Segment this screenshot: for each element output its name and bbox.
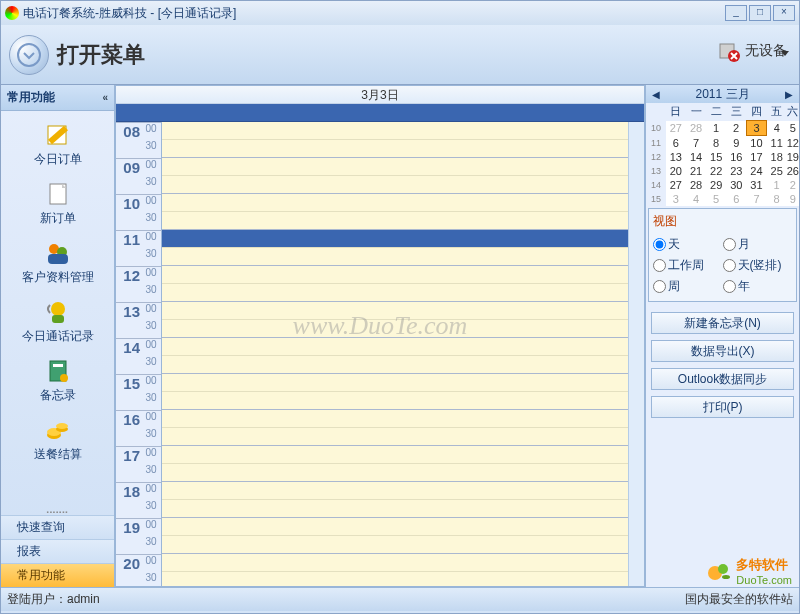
sidebar-item-memo[interactable]: 备忘录	[1, 351, 114, 410]
view-option-月[interactable]: 月	[723, 234, 793, 255]
calendar-day[interactable]: 22	[706, 164, 726, 178]
time-slot[interactable]	[162, 122, 628, 140]
app-menu-orb[interactable]	[9, 35, 49, 75]
vertical-scrollbar[interactable]	[628, 122, 644, 586]
close-button[interactable]: ×	[773, 5, 795, 21]
view-option-天[interactable]: 天	[653, 234, 723, 255]
prev-month-button[interactable]: ◀	[652, 89, 660, 100]
maximize-button[interactable]: □	[749, 5, 771, 21]
brand-logo-icon	[706, 559, 734, 583]
time-slot[interactable]	[162, 536, 628, 554]
action-Outlook数据同步[interactable]: Outlook数据同步	[651, 368, 794, 390]
device-status[interactable]: 无设备	[717, 39, 787, 63]
time-slot[interactable]	[162, 500, 628, 518]
nav-报表[interactable]: 报表	[1, 539, 114, 563]
time-slot[interactable]	[162, 140, 628, 158]
sidebar-item-new-order[interactable]: 新订单	[1, 174, 114, 233]
minimize-button[interactable]: _	[725, 5, 747, 21]
nav-常用功能[interactable]: 常用功能	[1, 563, 114, 587]
time-grid[interactable]: 0800300900301000301100301200301300301400…	[116, 122, 628, 586]
calendar-day[interactable]: 8	[706, 136, 726, 151]
calendar-day[interactable]: 7	[746, 192, 766, 206]
time-slot[interactable]	[162, 176, 628, 194]
calendar-day[interactable]: 5	[787, 121, 799, 136]
calendar-day[interactable]: 12	[787, 136, 799, 151]
calendar-day[interactable]: 6	[726, 192, 746, 206]
time-slot[interactable]	[162, 248, 628, 266]
calendar-day[interactable]: 18	[767, 150, 787, 164]
calendar-day[interactable]: 8	[767, 192, 787, 206]
calendar-day[interactable]: 23	[726, 164, 746, 178]
action-新建备忘录(N)[interactable]: 新建备忘录(N)	[651, 312, 794, 334]
calendar-day[interactable]: 15	[706, 150, 726, 164]
calendar-day[interactable]: 3	[746, 121, 766, 136]
calendar-day[interactable]: 4	[767, 121, 787, 136]
calendar-day[interactable]: 30	[726, 178, 746, 192]
sidebar-item-call-log[interactable]: 今日通话记录	[1, 292, 114, 351]
calendar-day[interactable]: 2	[726, 121, 746, 136]
time-slot[interactable]	[162, 230, 628, 248]
time-slot[interactable]	[162, 446, 628, 464]
calendar-day[interactable]: 4	[686, 192, 706, 206]
time-slot[interactable]	[162, 428, 628, 446]
view-option-天(竖排)[interactable]: 天(竖排)	[723, 255, 793, 276]
time-slot[interactable]	[162, 482, 628, 500]
calendar-day[interactable]: 13	[666, 150, 686, 164]
time-slot[interactable]	[162, 464, 628, 482]
time-slot[interactable]	[162, 194, 628, 212]
next-month-button[interactable]: ▶	[785, 89, 793, 100]
sidebar-item-settlement[interactable]: 送餐结算	[1, 410, 114, 469]
time-slot[interactable]	[162, 554, 628, 572]
action-打印(P)[interactable]: 打印(P)	[651, 396, 794, 418]
time-slot[interactable]	[162, 572, 628, 586]
time-slot[interactable]	[162, 158, 628, 176]
calendar-day[interactable]: 28	[686, 178, 706, 192]
sidebar-header[interactable]: 常用功能 «	[1, 85, 114, 111]
calendar-day[interactable]: 26	[787, 164, 799, 178]
calendar-day[interactable]: 28	[686, 121, 706, 136]
calendar-day[interactable]: 29	[706, 178, 726, 192]
dropdown-icon	[781, 51, 789, 56]
time-slot[interactable]	[162, 212, 628, 230]
calendar-day[interactable]: 25	[767, 164, 787, 178]
nav-快速查询[interactable]: 快速查询	[1, 515, 114, 539]
calendar-day[interactable]: 11	[767, 136, 787, 151]
calendar-day[interactable]: 20	[666, 164, 686, 178]
calendar-day[interactable]: 21	[686, 164, 706, 178]
view-option-工作周[interactable]: 工作周	[653, 255, 723, 276]
calendar-day[interactable]: 31	[746, 178, 766, 192]
allday-row[interactable]	[116, 104, 644, 122]
calendar-day[interactable]: 1	[767, 178, 787, 192]
time-slot[interactable]	[162, 392, 628, 410]
calendar-day[interactable]: 16	[726, 150, 746, 164]
calendar-day[interactable]: 7	[686, 136, 706, 151]
calendar-day[interactable]: 27	[666, 178, 686, 192]
calendar-day[interactable]: 17	[746, 150, 766, 164]
view-option-周[interactable]: 周	[653, 276, 723, 297]
calendar-day[interactable]: 10	[746, 136, 766, 151]
calendar-day[interactable]: 19	[787, 150, 799, 164]
time-slot[interactable]	[162, 320, 628, 338]
calendar-day[interactable]: 27	[666, 121, 686, 136]
calendar-day[interactable]: 14	[686, 150, 706, 164]
sidebar-item-order-today[interactable]: 今日订单	[1, 115, 114, 174]
time-slot[interactable]	[162, 410, 628, 428]
calendar-day[interactable]: 1	[706, 121, 726, 136]
calendar-day[interactable]: 3	[666, 192, 686, 206]
calendar-day[interactable]: 5	[706, 192, 726, 206]
calendar-day[interactable]: 6	[666, 136, 686, 151]
time-slot[interactable]	[162, 266, 628, 284]
calendar-day[interactable]: 2	[787, 178, 799, 192]
sidebar-item-customers[interactable]: 客户资料管理	[1, 233, 114, 292]
time-slot[interactable]	[162, 374, 628, 392]
time-slot[interactable]	[162, 302, 628, 320]
calendar-day[interactable]: 24	[746, 164, 766, 178]
calendar-day[interactable]: 9	[787, 192, 799, 206]
time-slot[interactable]	[162, 338, 628, 356]
action-数据导出(X)[interactable]: 数据导出(X)	[651, 340, 794, 362]
time-slot[interactable]	[162, 518, 628, 536]
calendar-day[interactable]: 9	[726, 136, 746, 151]
view-option-年[interactable]: 年	[723, 276, 793, 297]
time-slot[interactable]	[162, 284, 628, 302]
time-slot[interactable]	[162, 356, 628, 374]
